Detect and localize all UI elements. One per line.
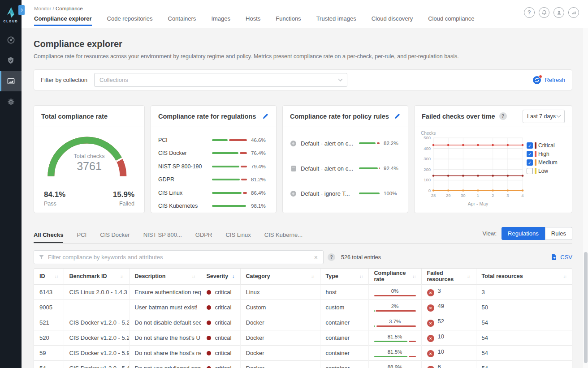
tab-trusted-images[interactable]: Trusted images [316,15,356,26]
tab-cloud-discovery[interactable]: Cloud discovery [372,15,413,26]
tab-containers[interactable]: Containers [168,15,196,26]
column-header-failed-resources[interactable]: Failed resources↓↑ [421,269,476,284]
sort-icons[interactable]: ↓↑ [120,274,124,279]
regulation-row-cis-docker[interactable]: CIS Docker76.4% [158,147,269,160]
table-row[interactable]: 9005User batman must exist!criticalCusto… [34,300,572,315]
compliance-rate-bar: 81.5% [374,348,416,358]
legend-checkbox-medium[interactable]: ✓ [527,159,533,166]
legend-checkbox-critical[interactable]: ✓ [527,142,533,149]
failed-icon: ✕ [427,320,434,327]
edit-policy-rules-button[interactable] [394,113,401,120]
column-header-category[interactable]: Category↓↑ [240,269,320,284]
sort-icons[interactable]: ↓↑ [412,274,416,279]
summary-cards: Total compliance rate Total checks 3761 … [34,105,572,213]
column-header-description[interactable]: Description↓↑ [129,269,201,284]
table-row[interactable]: 6143CIS Linux 2.0.0 - 1.4.3Ensure authen… [34,284,572,300]
column-header-severity[interactable]: Severity↓ [201,269,240,284]
collections-select[interactable]: Collections [94,73,347,87]
sort-icons[interactable]: ↓↑ [359,274,363,279]
sort-icons[interactable]: ↓↑ [55,274,58,279]
severity-dot [207,351,211,355]
regulation-percentage: 81.2% [251,177,269,182]
cell-id: 59 [34,345,64,360]
column-header-benchmark-id[interactable]: Benchmark ID↓↑ [64,269,129,284]
cell-category: Docker [240,345,320,360]
refresh-button[interactable]: Refresh [533,76,565,84]
sidebar-item-defend-shield[interactable] [0,50,22,71]
notifications-button[interactable] [539,7,549,18]
help-button[interactable]: ? [524,7,535,18]
column-header-type[interactable]: Type↓↑ [320,269,368,284]
cell-benchmark-id: CIS Docker v1.2.0 - 5.4 [64,360,129,368]
sort-icons[interactable]: ↓↑ [192,274,195,279]
result-tab-cis-linux[interactable]: CIS Linux [225,231,251,243]
sidebar: CLOUD [0,0,22,368]
view-option-rules[interactable]: Rules [545,227,572,240]
column-header-id[interactable]: ID↓↑ [34,269,64,284]
table-row[interactable]: 54CIS Docker v1.2.0 - 5.4Do not use priv… [34,360,572,368]
result-tab-gdpr[interactable]: GDPR [195,231,212,243]
time-range-select[interactable]: Last 7 days [523,110,565,123]
compliance-bar [212,139,247,141]
csv-export-button[interactable]: CSV [551,254,572,261]
breadcrumb-section[interactable]: Monitor [34,6,51,11]
compliance-bar [359,193,380,194]
legend-checkbox-low[interactable] [527,168,533,174]
column-header-compliance-rate[interactable]: Compliance rate↓↑ [368,269,421,284]
column-header-total-resources[interactable]: Total resources↓↑ [476,269,572,284]
legend-checkbox-high[interactable]: ✓ [527,151,533,157]
regulation-row-gdpr[interactable]: GDPR81.2% [158,173,269,187]
cell-benchmark-id: CIS Linux 2.0.0 - 1.4.3 [64,284,129,300]
regulation-row-pci[interactable]: PCI46.6% [158,133,269,147]
result-tab-cis-kuberne[interactable]: CIS Kuberne... [264,231,303,243]
regulation-row-cis-linux[interactable]: CIS Linux86.4% [158,186,269,200]
tab-code-repositories[interactable]: Code repositories [107,15,153,26]
container-policy-icon [290,141,296,146]
policy-rule-row-3[interactable]: Default - ignore T...100% [290,189,401,198]
vertical-scrollbar [583,28,588,368]
tab-functions[interactable]: Functions [276,15,301,26]
result-tab-all-checks[interactable]: All Checks [34,231,63,243]
stats-button[interactable] [568,7,579,18]
tab-hosts[interactable]: Hosts [246,15,260,26]
sort-icons[interactable]: ↓↑ [311,274,315,279]
keyword-filter-input[interactable]: Filter compliance by keywords and attrib… [34,250,324,264]
result-tab-pci[interactable]: PCI [77,231,86,243]
sidebar-item-monitor-chart[interactable] [0,71,22,91]
table-row[interactable]: 59CIS Docker v1.2.0 - 5.9Do not share th… [34,345,572,360]
svg-text:100: 100 [424,177,431,182]
legend-item-high[interactable]: ✓High [527,151,558,157]
sort-desc-icon[interactable]: ↓ [232,273,235,279]
policy-rule-row-2[interactable]: Default - alert on c...92.4% [290,164,401,173]
tab-cloud-compliance[interactable]: Cloud compliance [428,15,474,26]
regulation-row-cis-kubernetes[interactable]: CIS Kubernetes98.1% [158,200,269,213]
compliance-rate-bar: 0% [374,287,416,297]
sidebar-item-settings-gear[interactable] [0,91,22,112]
table-help-icon[interactable]: ? [328,253,335,261]
regulation-label: CIS Linux [158,190,211,196]
sidebar-expand-button[interactable] [18,5,25,15]
view-option-regulations[interactable]: Regulations [502,227,545,240]
result-tab-nist-sp-800[interactable]: NIST SP 800... [143,231,182,243]
pass-percentage: 84.1% [44,190,65,199]
sort-icons[interactable]: ↓↑ [467,274,471,279]
result-tab-cis-docker[interactable]: CIS Docker [100,231,130,243]
profile-button[interactable] [553,7,564,18]
sort-icons[interactable]: ↓↑ [563,274,567,279]
clear-filter-icon[interactable]: × [313,254,319,261]
tab-images[interactable]: Images [211,15,230,26]
regulation-row-nist-sp-800-190[interactable]: NIST SP 800-19079.4% [158,160,269,173]
scrollbar-thumb[interactable] [584,252,588,363]
legend-item-critical[interactable]: ✓Critical [527,142,558,149]
table-row[interactable]: 521CIS Docker v1.2.0 - 5.21Do not disabl… [34,315,572,330]
compliance-bar [212,192,247,194]
tab-compliance-explorer[interactable]: Compliance explorer [34,15,92,26]
legend-item-low[interactable]: Low [527,168,558,174]
policy-rule-row-1[interactable]: Default - alert on c...82.2% [290,139,401,148]
legend-item-medium[interactable]: ✓Medium [527,159,558,166]
help-badge-icon[interactable]: ? [499,112,507,120]
divider [525,74,525,86]
table-row[interactable]: 520CIS Docker v1.2.0 - 5.20Do not share … [34,330,572,345]
sidebar-item-radar[interactable] [0,30,22,50]
edit-regulations-button[interactable] [262,113,269,120]
